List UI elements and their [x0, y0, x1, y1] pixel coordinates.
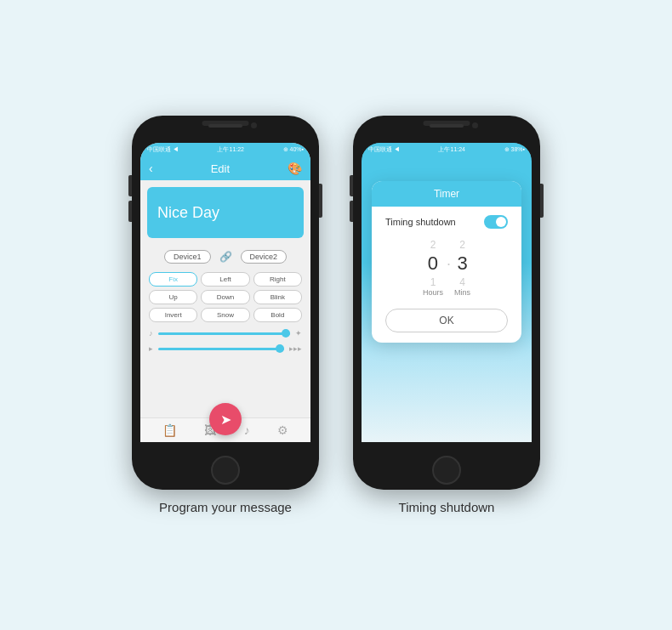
- volume-up-button: [128, 175, 132, 196]
- brightness-low-icon: ▸: [149, 344, 153, 353]
- phone2-power: [540, 184, 544, 218]
- mins-value[interactable]: 3: [457, 253, 467, 275]
- phone2-volume-down: [350, 201, 353, 222]
- back-button[interactable]: ‹: [149, 162, 153, 175]
- text-tab-icon[interactable]: 📋: [162, 423, 177, 437]
- timer-title: Timer: [372, 181, 521, 207]
- phone2-time: 上午11:24: [438, 145, 465, 154]
- phone2-caption: Timing shutdown: [399, 500, 495, 514]
- header-title: Edit: [211, 162, 230, 175]
- phone1-shell: 中国联通 ◀ 上午11:22 ⊕ 40%▪ ‹ Edit 🎨 Nice Day: [132, 116, 319, 490]
- phone2-container: 中国联通 ◀ 上午11:24 ⊕ 38%▪ Timer Timing shutd…: [353, 116, 540, 514]
- brightness-slider-row: ▸ ▸▸▸: [140, 341, 310, 356]
- timing-toggle[interactable]: [484, 215, 508, 229]
- phone1-status-bar: 中国联通 ◀ 上午11:22 ⊕ 40%▪: [140, 143, 310, 156]
- phone1-caption: Program your message: [159, 500, 292, 514]
- device-row: Device1 🔗 Device2: [140, 245, 310, 269]
- effect-blink[interactable]: Blink: [253, 290, 302, 304]
- speed-slider-row: ♪ ✦: [140, 326, 310, 341]
- effect-up[interactable]: Up: [149, 290, 197, 304]
- time-picker: 2 0 1 Hours · 2 3 4 Mins: [372, 234, 521, 302]
- phone2-battery: ⊕ 38%▪: [504, 146, 525, 153]
- phones-container: 中国联通 ◀ 上午11:22 ⊕ 40%▪ ‹ Edit 🎨 Nice Day: [132, 116, 540, 514]
- effect-bold[interactable]: Bold: [253, 308, 302, 322]
- send-icon: ➤: [220, 411, 231, 428]
- effects-grid: Fix Left Right Up Down Blink Invert Snow…: [140, 269, 310, 326]
- timer-dialog: Timer Timing shutdown 2 0: [372, 181, 521, 343]
- volume-down-button: [128, 201, 132, 222]
- phone1-home-button[interactable]: [211, 456, 240, 485]
- phone1-app-header: ‹ Edit 🎨: [140, 156, 310, 180]
- brightness-high-icon: ▸▸▸: [289, 344, 302, 353]
- speed-slider[interactable]: [158, 332, 291, 335]
- effect-down[interactable]: Down: [201, 290, 249, 304]
- phone1-screen: 中国联通 ◀ 上午11:22 ⊕ 40%▪ ‹ Edit 🎨 Nice Day: [140, 143, 310, 442]
- music-tab-icon[interactable]: ♪: [244, 423, 250, 437]
- phone1-speaker: [208, 124, 242, 128]
- timing-shutdown-label: Timing shutdown: [385, 217, 456, 227]
- speed-slow-icon: ♪: [149, 329, 153, 338]
- phone1-camera: [251, 122, 257, 128]
- mins-label: Mins: [454, 288, 470, 297]
- hours-column: 2 0 1 Hours: [423, 239, 443, 297]
- phone2-status-bar: 中国联通 ◀ 上午11:24 ⊕ 38%▪: [362, 143, 532, 156]
- ok-button[interactable]: OK: [385, 309, 508, 332]
- hours-top-dim: 2: [430, 239, 436, 251]
- brightness-slider[interactable]: [158, 348, 284, 350]
- phone2-screen: 中国联通 ◀ 上午11:24 ⊕ 38%▪ Timer Timing shutd…: [362, 143, 532, 442]
- mins-column: 2 3 4 Mins: [454, 239, 470, 297]
- phone2-volume-up: [350, 175, 353, 196]
- device2-button[interactable]: Device2: [241, 250, 288, 264]
- preview-text: Nice Day: [157, 204, 219, 222]
- send-button[interactable]: ➤: [209, 403, 242, 435]
- settings-tab-icon[interactable]: ⚙: [277, 423, 288, 437]
- effect-left[interactable]: Left: [201, 272, 249, 287]
- phone1-container: 中国联通 ◀ 上午11:22 ⊕ 40%▪ ‹ Edit 🎨 Nice Day: [132, 116, 319, 514]
- time-dot-separator: ·: [447, 255, 451, 273]
- effect-fix[interactable]: Fix: [149, 272, 197, 287]
- hours-value[interactable]: 0: [428, 253, 438, 275]
- effect-snow[interactable]: Snow: [201, 308, 249, 322]
- palette-icon[interactable]: 🎨: [288, 162, 302, 175]
- speed-fast-icon: ✦: [295, 329, 302, 338]
- hours-bottom-dim: 1: [430, 276, 436, 288]
- text-preview[interactable]: Nice Day: [147, 187, 304, 238]
- effect-right[interactable]: Right: [253, 272, 302, 287]
- timing-shutdown-row: Timing shutdown: [372, 207, 521, 234]
- phone2-signal: 中国联通 ◀: [368, 145, 400, 154]
- effect-invert[interactable]: Invert: [149, 308, 197, 322]
- mins-bottom-dim: 4: [459, 276, 465, 288]
- phone1-signal: 中国联通 ◀: [147, 145, 179, 154]
- hours-label: Hours: [423, 288, 443, 297]
- phone2-speaker: [430, 124, 464, 128]
- device1-button[interactable]: Device1: [164, 250, 211, 264]
- bottom-toolbar: 📋 🖼 ➤ ♪ ⚙: [140, 417, 310, 442]
- power-button: [319, 184, 322, 218]
- toggle-knob: [496, 217, 506, 227]
- link-icon: 🔗: [219, 251, 232, 263]
- phone1-battery: ⊕ 40%▪: [283, 146, 304, 153]
- phone1-time: 上午11:22: [217, 145, 244, 154]
- phone2-home-button[interactable]: [432, 456, 461, 485]
- phone2-camera: [472, 122, 478, 128]
- phone2-shell: 中国联通 ◀ 上午11:24 ⊕ 38%▪ Timer Timing shutd…: [353, 116, 540, 490]
- mins-top-dim: 2: [459, 239, 465, 251]
